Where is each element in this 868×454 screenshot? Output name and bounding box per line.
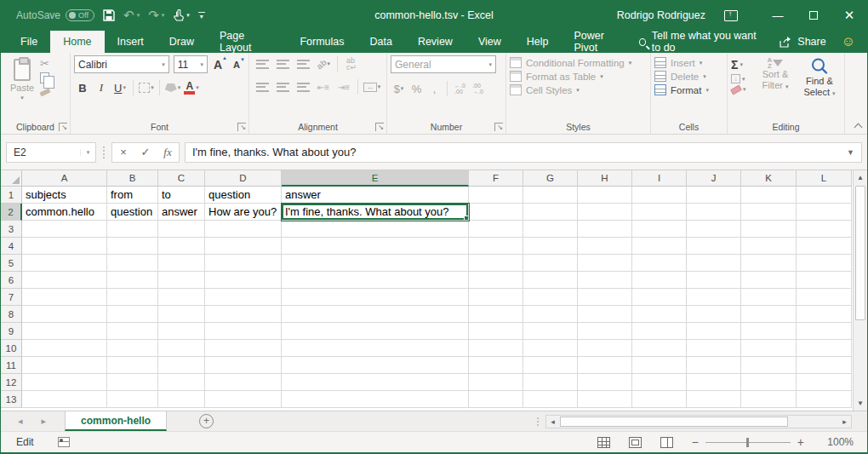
formula-input[interactable]: I'm fine, thanks. What about you? ▼ bbox=[185, 142, 862, 163]
previous-sheet-icon[interactable]: ◂ bbox=[18, 416, 23, 427]
cell-F7[interactable] bbox=[469, 289, 523, 306]
cell-K10[interactable] bbox=[741, 340, 797, 357]
copy-icon[interactable] bbox=[40, 72, 49, 83]
cell-B13[interactable] bbox=[107, 391, 158, 408]
row-header-5[interactable]: 5 bbox=[1, 255, 22, 272]
cell-E2[interactable]: I'm fine, thanks. What about you? bbox=[282, 204, 469, 221]
cell-I3[interactable] bbox=[632, 221, 687, 238]
underline-button[interactable]: U▾ bbox=[111, 79, 128, 96]
paste-button[interactable]: Paste ▾ bbox=[4, 55, 40, 120]
undo-dropdown-icon[interactable]: ▾ bbox=[137, 12, 140, 19]
cell-J8[interactable] bbox=[687, 306, 741, 323]
row-header-7[interactable]: 7 bbox=[1, 289, 22, 306]
decrease-font-button[interactable]: A▼ bbox=[228, 56, 245, 73]
align-bottom-button[interactable] bbox=[294, 55, 312, 72]
cell-L5[interactable] bbox=[797, 255, 852, 272]
cell-G12[interactable] bbox=[523, 374, 578, 391]
tab-page-layout[interactable]: Page Layout bbox=[207, 31, 287, 53]
cell-K12[interactable] bbox=[741, 374, 797, 391]
cell-H4[interactable] bbox=[578, 238, 632, 255]
cell-I5[interactable] bbox=[632, 255, 687, 272]
cell-B2[interactable]: question bbox=[107, 204, 158, 221]
cell-E9[interactable] bbox=[282, 323, 469, 340]
cell-K4[interactable] bbox=[741, 238, 797, 255]
column-header-F[interactable]: F bbox=[469, 170, 523, 187]
tab-draw[interactable]: Draw bbox=[157, 31, 207, 53]
align-center-button[interactable] bbox=[273, 78, 292, 95]
cell-B9[interactable] bbox=[107, 323, 158, 340]
cell-L6[interactable] bbox=[797, 272, 852, 289]
cell-K2[interactable] bbox=[741, 204, 797, 221]
minimize-button[interactable]: — bbox=[760, 0, 796, 31]
cell-E12[interactable] bbox=[282, 374, 469, 391]
zoom-in-icon[interactable]: + bbox=[797, 436, 804, 448]
name-box[interactable]: E2 ▾ bbox=[6, 142, 96, 163]
cell-A10[interactable] bbox=[22, 340, 107, 357]
cell-G13[interactable] bbox=[523, 391, 578, 408]
merge-center-dropdown-icon[interactable]: ▾ bbox=[378, 83, 381, 90]
cell-K1[interactable] bbox=[741, 187, 797, 204]
maximize-button[interactable] bbox=[796, 0, 831, 31]
row-header-13[interactable]: 13 bbox=[1, 391, 22, 408]
tab-file[interactable]: File bbox=[8, 31, 50, 53]
cell-E11[interactable] bbox=[282, 357, 469, 374]
conditional-formatting-button[interactable]: Conditional Formatting▾ bbox=[510, 57, 647, 68]
cell-L3[interactable] bbox=[797, 221, 852, 238]
cell-D9[interactable] bbox=[205, 323, 282, 340]
scroll-up-icon[interactable]: ▲ bbox=[854, 170, 867, 185]
cell-H10[interactable] bbox=[578, 340, 632, 357]
tell-me-box[interactable]: Tell me what you want to do bbox=[639, 30, 765, 54]
cell-L1[interactable] bbox=[797, 187, 852, 204]
cell-I1[interactable] bbox=[632, 187, 687, 204]
cell-E4[interactable] bbox=[282, 238, 469, 255]
cell-E6[interactable] bbox=[282, 272, 469, 289]
cell-B10[interactable] bbox=[107, 340, 158, 357]
cell-E8[interactable] bbox=[282, 306, 469, 323]
cell-F9[interactable] bbox=[469, 323, 523, 340]
font-size-combo[interactable]: 11▾ bbox=[174, 55, 208, 73]
cell-C4[interactable] bbox=[158, 238, 205, 255]
row-header-10[interactable]: 10 bbox=[1, 340, 22, 357]
scroll-left-icon[interactable]: ◂ bbox=[546, 417, 559, 426]
column-header-G[interactable]: G bbox=[523, 170, 578, 187]
cell-L4[interactable] bbox=[797, 238, 852, 255]
font-color-button[interactable]: A▾ bbox=[183, 79, 200, 96]
cell-J3[interactable] bbox=[687, 221, 741, 238]
cell-D7[interactable] bbox=[205, 289, 282, 306]
autosum-dropdown-icon[interactable]: ▾ bbox=[740, 61, 743, 68]
cell-K5[interactable] bbox=[741, 255, 797, 272]
cell-E3[interactable] bbox=[282, 221, 469, 238]
cell-A3[interactable] bbox=[22, 221, 107, 238]
save-button[interactable] bbox=[103, 9, 115, 21]
row-header-8[interactable]: 8 bbox=[1, 306, 22, 323]
cell-C13[interactable] bbox=[158, 391, 205, 408]
new-sheet-button[interactable]: + bbox=[199, 414, 214, 428]
next-sheet-icon[interactable]: ▸ bbox=[42, 416, 47, 427]
cell-I4[interactable] bbox=[632, 238, 687, 255]
cell-G1[interactable] bbox=[523, 187, 578, 204]
cell-D8[interactable] bbox=[205, 306, 282, 323]
format-painter-icon[interactable] bbox=[40, 87, 51, 97]
name-box-dropdown-icon[interactable]: ▾ bbox=[80, 149, 95, 156]
cell-K13[interactable] bbox=[741, 391, 797, 408]
cell-B4[interactable] bbox=[107, 238, 158, 255]
insert-cells-button[interactable]: Insert▾ bbox=[654, 57, 723, 68]
number-dialog-launcher-icon[interactable]: ↘ bbox=[494, 123, 503, 131]
cell-F12[interactable] bbox=[469, 374, 523, 391]
column-header-D[interactable]: D bbox=[205, 170, 282, 187]
cell-D13[interactable] bbox=[205, 391, 282, 408]
cell-C2[interactable]: answer bbox=[158, 204, 205, 221]
cell-H3[interactable] bbox=[578, 221, 632, 238]
cell-I10[interactable] bbox=[632, 340, 687, 357]
cell-J13[interactable] bbox=[687, 391, 741, 408]
cell-J12[interactable] bbox=[687, 374, 741, 391]
cell-G8[interactable] bbox=[523, 306, 578, 323]
cell-K6[interactable] bbox=[741, 272, 797, 289]
align-middle-button[interactable] bbox=[273, 55, 292, 72]
cell-J4[interactable] bbox=[687, 238, 741, 255]
cell-C6[interactable] bbox=[158, 272, 205, 289]
vertical-scroll-thumb[interactable] bbox=[855, 186, 865, 320]
cell-I11[interactable] bbox=[632, 357, 687, 374]
format-cells-button[interactable]: Format▾ bbox=[654, 84, 723, 95]
scroll-down-icon[interactable]: ▼ bbox=[854, 396, 867, 411]
